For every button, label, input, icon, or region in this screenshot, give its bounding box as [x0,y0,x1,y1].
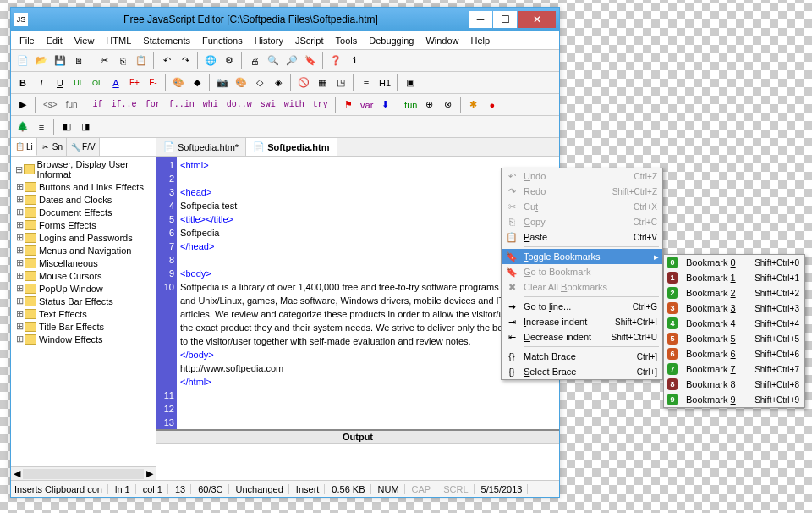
tree-icon[interactable]: 🌲 [14,119,31,135]
expand-icon[interactable]: ⊞ [14,164,24,175]
replace-icon[interactable]: 🔎 [283,52,300,69]
fmt-icon[interactable]: ◇ [251,74,268,91]
code-editor[interactable]: 12345678910111213 <html><head>Softpedia … [156,157,559,429]
menu-help[interactable]: Help [466,34,496,47]
tree-item[interactable]: ⊞Text Effects [13,307,154,320]
expand-icon[interactable]: ⊞ [14,308,25,319]
fmt-icon[interactable]: 🎨 [170,74,187,91]
sidetab-li[interactable]: 📋Li [11,138,37,156]
tree-item[interactable]: ⊞Mouse Cursors [13,269,154,282]
fmt-icon[interactable]: ◈ [270,74,287,91]
bookmark-tb-icon[interactable]: 🔖 [302,52,319,69]
fmt-icon[interactable]: 🎨 [233,74,250,91]
fmt-f--button[interactable]: F- [145,74,162,91]
ctx-decrease-indent[interactable]: ⇤Decrease indentShift+Ctrl+U [502,329,662,345]
fun-icon[interactable]: fun [403,97,420,113]
expand-icon[interactable]: ⊞ [14,219,25,230]
ctx-go-to-line-[interactable]: ➜Go to line...Ctrl+G [502,299,662,314]
menu-edit[interactable]: Edit [41,34,68,47]
expand-icon[interactable]: ⊞ [14,270,25,281]
fmt-b-button[interactable]: B [14,74,31,91]
var-icon[interactable]: var [359,97,376,113]
copy-icon[interactable]: ⎘ [114,52,131,69]
align-icon[interactable]: ≡ [33,119,50,135]
script-swi-button[interactable]: swi [257,97,279,113]
fmt-a-button[interactable]: A [107,74,124,91]
tree-item[interactable]: ⊞Menus and Navigation [13,244,154,256]
paste-icon[interactable]: 📋 [133,52,150,69]
tree-item[interactable]: ⊞Logins and Passwords [13,231,154,244]
expand-icon[interactable]: ⊞ [14,283,25,294]
redo-icon[interactable]: ↷ [177,52,194,69]
expand-icon[interactable]: ⊞ [14,257,25,268]
bookmark-8[interactable]: 8Bookmark 8Shift+Ctrl+8 [664,377,804,392]
tree-item[interactable]: ⊞Miscellaneous [13,256,154,269]
tree-item[interactable]: ⊞Buttons and Links Effects [13,180,154,193]
editor-tab[interactable]: 📄Softpedia.htm [246,138,337,156]
open-file-icon[interactable]: 📂 [33,52,50,69]
menu-functions[interactable]: Functions [197,34,248,47]
bookmark-2[interactable]: 2Bookmark 2Shift+Ctrl+2 [664,285,804,301]
menu-tools[interactable]: Tools [331,34,363,47]
menu-jscript[interactable]: JScript [290,34,329,47]
fmt-icon[interactable]: ▣ [402,74,419,91]
expand-icon[interactable]: ⊞ [14,181,25,192]
find-icon[interactable]: 🔍 [265,52,282,69]
script-s-button[interactable]: <s> [40,97,61,113]
menu-file[interactable]: File [14,34,40,47]
new-file-icon[interactable]: 📄 [14,52,31,69]
close-button[interactable]: ✕ [518,11,556,28]
bookmark-1[interactable]: 1Bookmark 1Shift+Ctrl+1 [664,270,804,285]
run-icon[interactable]: ▶ [14,97,31,113]
fmt-icon[interactable]: ≡ [358,74,375,91]
ctx-toggle-bookmarks[interactable]: 🔖Toggle Bookmarks▸ [502,249,662,264]
fmt-icon[interactable]: 📷 [214,74,231,91]
script-whi-button[interactable]: whi [200,97,222,113]
bookmark-5[interactable]: 5Bookmark 5Shift+Ctrl+5 [664,331,804,346]
fmt-icon[interactable]: 🚫 [295,74,312,91]
ctx-paste[interactable]: 📋PasteCtrl+V [502,229,662,245]
fmt-u-button[interactable]: U [52,74,69,91]
sidetab-sn[interactable]: ✂Sn [37,138,67,156]
script-try-button[interactable]: try [310,97,332,113]
expand-icon[interactable]: ⊞ [14,334,25,345]
sidetab-f/v[interactable]: 🔧F/V [67,138,100,156]
fmt-icon[interactable]: ◆ [189,74,206,91]
menu-history[interactable]: History [250,34,288,47]
bookmark-3[interactable]: 3Bookmark 3Shift+Ctrl+3 [664,301,804,316]
globe-icon[interactable]: 🌐 [202,52,219,69]
tree-item[interactable]: ⊞PopUp Window [13,282,154,295]
save-icon[interactable]: 💾 [52,52,69,69]
down-icon[interactable]: ⬇ [377,97,394,113]
star-icon[interactable]: ✱ [465,97,482,113]
script-for-button[interactable]: for [142,97,164,113]
menu-debugging[interactable]: Debugging [364,34,419,47]
ctx-select-brace[interactable]: {}Select BraceCtrl+] [502,364,662,379]
wrap-icon[interactable]: ⊕ [421,97,438,113]
circle-icon[interactable]: ● [484,97,501,113]
gear-icon[interactable]: ⚙ [221,52,238,69]
bookmark-6[interactable]: 6Bookmark 6Shift+Ctrl+6 [664,346,804,361]
script-fun-button[interactable]: fun [63,97,81,113]
tree-item[interactable]: ⊞Title Bar Effects [13,320,154,333]
bookmark-7[interactable]: 7Bookmark 7Shift+Ctrl+7 [664,361,804,377]
expand-icon[interactable]: ⊞ [14,207,25,218]
tree-item[interactable]: ⊞Status Bar Effects [13,295,154,307]
tree-item[interactable]: ⊞Document Effects [13,206,154,218]
maximize-button[interactable]: ☐ [493,11,517,28]
script-with-button[interactable]: with [281,97,308,113]
save-all-icon[interactable]: 🗎 [70,52,87,69]
script-if-button[interactable]: if [90,97,107,113]
fmt-icon[interactable]: ▦ [314,74,331,91]
flag-icon[interactable]: ⚑ [340,97,357,113]
menu-view[interactable]: View [69,34,100,47]
tree-item[interactable]: ⊞Window Effects [13,333,154,345]
script-dow-button[interactable]: do..w [223,97,255,113]
print-icon[interactable]: 🖨 [246,52,263,69]
script-fin-button[interactable]: f..in [166,97,198,113]
sidebar-scrollbar[interactable]: ◀▶ [11,466,156,480]
ctx-match-brace[interactable]: {}Match BraceCtrl+] [502,349,662,364]
menu-window[interactable]: Window [420,34,464,47]
menu-statements[interactable]: Statements [138,34,195,47]
minimize-button[interactable]: ─ [469,11,492,28]
